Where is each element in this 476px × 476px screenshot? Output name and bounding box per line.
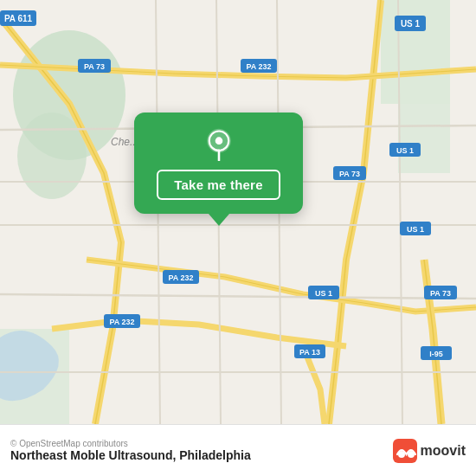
- map-area: PA 611 PA 73 PA 232 US 1 US 1 PA 73 PA 2…: [0, 0, 476, 424]
- svg-text:PA 73: PA 73: [84, 62, 105, 71]
- svg-text:US 1: US 1: [396, 146, 414, 155]
- svg-text:PA 611: PA 611: [4, 14, 33, 23]
- svg-text:PA 232: PA 232: [168, 273, 193, 282]
- svg-text:US 1: US 1: [315, 289, 332, 298]
- svg-text:PA 73: PA 73: [339, 170, 360, 178]
- svg-text:PA 73: PA 73: [430, 289, 451, 298]
- svg-text:PA 232: PA 232: [109, 318, 134, 326]
- info-bar: © OpenStreetMap contributors Northeast M…: [0, 424, 476, 476]
- svg-text:PA 232: PA 232: [246, 62, 271, 71]
- moovit-logo-icon: [393, 439, 417, 463]
- svg-point-2: [17, 113, 87, 199]
- svg-text:US 1: US 1: [401, 19, 421, 29]
- svg-point-44: [215, 137, 222, 145]
- moovit-label: moovit: [421, 443, 466, 459]
- svg-text:US 1: US 1: [407, 225, 424, 234]
- moovit-branding: moovit: [393, 439, 466, 463]
- location-pin-icon: [203, 128, 235, 161]
- map-attribution: © OpenStreetMap contributors: [10, 439, 251, 448]
- location-title: Northeast Moble Ultrasound, Philadelphia: [10, 448, 251, 462]
- svg-rect-4: [398, 104, 450, 173]
- location-popup: Take me there: [134, 113, 303, 214]
- svg-text:I-95: I-95: [429, 350, 443, 358]
- svg-text:PA 13: PA 13: [299, 348, 320, 357]
- location-info: © OpenStreetMap contributors Northeast M…: [10, 439, 251, 462]
- take-me-there-button[interactable]: Take me there: [157, 170, 280, 200]
